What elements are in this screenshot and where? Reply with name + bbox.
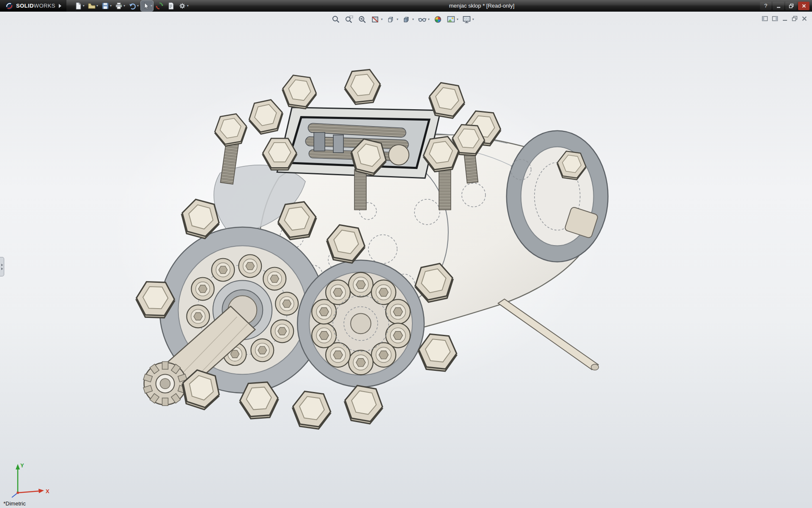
window-title: menjac sklop * [Read-only] xyxy=(449,3,515,9)
reference-triad: Y X xyxy=(3,460,54,499)
solidworks-logo: SOLIDWORKS xyxy=(0,0,66,11)
file-properties-icon xyxy=(167,2,175,10)
output-rod xyxy=(498,299,599,370)
app-window: SOLIDWORKS ▾ ▾ xyxy=(0,0,812,508)
brand-text: SOLIDWORKS xyxy=(16,3,55,9)
open-folder-icon xyxy=(88,2,96,10)
dropdown-arrow-icon[interactable]: ▾ xyxy=(110,4,112,8)
dropdown-arrow-icon[interactable]: ▾ xyxy=(83,4,85,8)
new-document-button[interactable]: ▾ xyxy=(73,1,85,11)
brand-bold: SOLID xyxy=(16,3,34,9)
restore-window-button[interactable] xyxy=(785,2,797,10)
close-icon xyxy=(801,3,807,8)
print-icon xyxy=(115,2,123,10)
ds-3ds-logo-icon xyxy=(5,2,14,10)
close-window-button[interactable] xyxy=(798,2,809,10)
help-button[interactable]: ? xyxy=(760,2,771,10)
titlebar: SOLIDWORKS ▾ ▾ xyxy=(0,0,812,12)
dropdown-arrow-icon[interactable]: ▾ xyxy=(96,4,98,8)
select-button[interactable]: ▾ xyxy=(141,1,153,11)
graphics-area[interactable]: ▾ ▾ ▾ xyxy=(0,12,812,508)
triad-y-label: Y xyxy=(20,462,24,469)
undo-button[interactable]: ▾ xyxy=(127,1,140,11)
dropdown-arrow-icon[interactable]: ▾ xyxy=(137,4,139,8)
minimize-icon xyxy=(776,3,781,8)
dropdown-arrow-icon[interactable]: ▾ xyxy=(123,4,125,8)
rebuild-button[interactable] xyxy=(154,1,165,11)
triad-x-label: X xyxy=(46,488,49,494)
dropdown-arrow-icon[interactable]: ▾ xyxy=(151,4,152,8)
restore-icon xyxy=(789,3,794,8)
flyout-arrow-icon xyxy=(1,264,3,266)
flyout-arrow-icon xyxy=(1,268,3,270)
bearing-ring xyxy=(507,131,608,262)
file-properties-button[interactable] xyxy=(166,1,176,11)
print-button[interactable]: ▾ xyxy=(114,1,126,11)
options-gear-icon xyxy=(178,2,187,10)
dropdown-arrow-icon[interactable]: ▾ xyxy=(187,4,189,8)
logo-separator-arrow-icon xyxy=(59,4,61,8)
view-orientation-label: *Dimetric xyxy=(3,500,26,507)
select-arrow-icon xyxy=(142,2,150,10)
window-controls: ? xyxy=(760,2,812,10)
brand-light: WORKS xyxy=(34,3,55,9)
undo-icon xyxy=(128,2,137,10)
rebuild-icon xyxy=(155,2,164,10)
open-button[interactable]: ▾ xyxy=(87,1,99,11)
right-flange xyxy=(297,260,424,387)
new-document-icon xyxy=(74,2,82,10)
quick-access-toolbar: ▾ ▾ ▾ xyxy=(73,1,189,11)
featuremanager-flyout-tab[interactable] xyxy=(0,257,4,276)
save-icon xyxy=(101,2,110,10)
minimize-window-button[interactable] xyxy=(773,2,784,10)
options-button[interactable]: ▾ xyxy=(177,1,189,11)
gearbox-3d-model[interactable] xyxy=(0,12,812,508)
save-button[interactable]: ▾ xyxy=(100,1,112,11)
